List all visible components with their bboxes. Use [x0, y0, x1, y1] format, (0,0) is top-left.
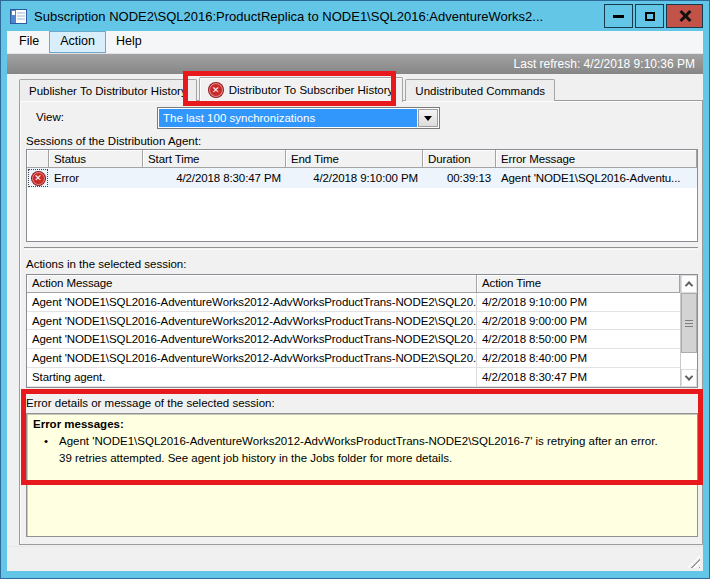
- subscription-history-window: Subscription NODE2\SQL2016:ProductReplic…: [0, 0, 710, 579]
- action-message: Agent 'NODE1\SQL2016-AdventureWorks2012-…: [27, 349, 477, 367]
- minimize-icon: [613, 15, 624, 18]
- maximize-icon: [645, 12, 655, 21]
- annotation-tab-highlight: [183, 71, 396, 106]
- tab-publisher-to-distributor-history[interactable]: Publisher To Distributor History: [19, 79, 197, 101]
- scrollbar-grip-icon: [685, 320, 693, 327]
- action-time: 4/2/2018 8:40:00 PM: [477, 349, 680, 367]
- titlebar: Subscription NODE2\SQL2016:ProductReplic…: [1, 1, 709, 31]
- scroll-up-button[interactable]: [681, 275, 697, 293]
- minimize-button[interactable]: [604, 4, 633, 28]
- dropdown-arrow-button[interactable]: [418, 109, 438, 127]
- column-header-icon[interactable]: [27, 150, 49, 168]
- chevron-down-icon: [424, 116, 432, 121]
- sessions-table: Status Start Time End Time Duration Erro…: [26, 149, 698, 242]
- menu-help[interactable]: Help: [106, 31, 152, 53]
- column-header-action-time[interactable]: Action Time: [477, 275, 680, 293]
- actions-table: Action Message Action Time Agent 'NODE1\…: [26, 274, 698, 388]
- caption-buttons: [602, 4, 703, 28]
- action-row[interactable]: Starting agent. 4/2/2018 8:30:47 PM: [27, 368, 680, 387]
- close-icon: [679, 10, 691, 22]
- action-message: Agent 'NODE1\SQL2016-AdventureWorks2012-…: [27, 312, 477, 330]
- column-header-duration[interactable]: Duration: [423, 150, 496, 168]
- annotation-error-highlight: [21, 389, 703, 485]
- actions-header-row: Action Message Action Time: [27, 275, 680, 293]
- maximize-button[interactable]: [635, 4, 664, 28]
- scrollbar-track[interactable]: [681, 353, 697, 369]
- menu-action[interactable]: Action: [49, 31, 106, 53]
- view-dropdown[interactable]: The last 100 synchronizations: [157, 107, 440, 129]
- action-time: 4/2/2018 9:00:00 PM: [477, 312, 680, 330]
- column-header-status[interactable]: Status: [49, 150, 143, 168]
- main-area: Publisher To Distributor History Distrib…: [7, 74, 703, 571]
- session-start-time: 4/2/2018 8:30:47 PM: [143, 168, 286, 188]
- scroll-down-button[interactable]: [681, 369, 697, 387]
- column-header-end-time[interactable]: End Time: [286, 150, 423, 168]
- sessions-label: Sessions of the Distribution Agent:: [26, 135, 201, 147]
- last-refresh-text: Last refresh: 4/2/2018 9:10:36 PM: [514, 57, 695, 71]
- tab-undistributed-commands[interactable]: Undistributed Commands: [405, 79, 555, 101]
- action-message: Agent 'NODE1\SQL2016-AdventureWorks2012-…: [27, 330, 477, 348]
- session-status-cell: [27, 168, 49, 188]
- action-time: 4/2/2018 8:50:00 PM: [477, 330, 680, 348]
- actions-label: Actions in the selected session:: [26, 258, 186, 270]
- action-message: Agent 'NODE1\SQL2016-AdventureWorks2012-…: [27, 293, 477, 311]
- menubar: File Action Help: [7, 31, 703, 54]
- scrollbar-thumb[interactable]: [681, 293, 697, 353]
- session-row-selected[interactable]: Error 4/2/2018 8:30:47 PM 4/2/2018 9:10:…: [27, 168, 697, 188]
- session-status: Error: [49, 168, 143, 188]
- action-row[interactable]: Agent 'NODE1\SQL2016-AdventureWorks2012-…: [27, 330, 680, 349]
- column-header-error-message[interactable]: Error Message: [496, 150, 697, 168]
- resize-grip[interactable]: [687, 555, 700, 568]
- chevron-down-icon: [685, 372, 693, 380]
- action-time: 4/2/2018 8:30:47 PM: [477, 368, 680, 386]
- session-error-message: Agent 'NODE1\SQL2016-Adventu...: [496, 168, 697, 188]
- action-row[interactable]: Agent 'NODE1\SQL2016-AdventureWorks2012-…: [27, 349, 680, 368]
- sessions-header-row: Status Start Time End Time Duration Erro…: [27, 150, 697, 168]
- actions-table-body: Action Message Action Time Agent 'NODE1\…: [27, 275, 680, 387]
- mmc-window-icon: [10, 9, 27, 24]
- action-row[interactable]: Agent 'NODE1\SQL2016-AdventureWorks2012-…: [27, 293, 680, 312]
- session-end-time: 4/2/2018 9:10:00 PM: [286, 168, 423, 188]
- column-header-action-message[interactable]: Action Message: [27, 275, 477, 293]
- column-header-start-time[interactable]: Start Time: [143, 150, 286, 168]
- tab-label: Publisher To Distributor History: [29, 85, 187, 97]
- view-label: View:: [36, 111, 64, 123]
- splitter-divider[interactable]: [24, 247, 698, 250]
- tab-label: Undistributed Commands: [415, 85, 545, 97]
- error-status-icon: [32, 172, 45, 185]
- action-row[interactable]: Agent 'NODE1\SQL2016-AdventureWorks2012-…: [27, 312, 680, 331]
- window-title: Subscription NODE2\SQL2016:ProductReplic…: [34, 9, 596, 24]
- menu-file[interactable]: File: [9, 31, 49, 53]
- action-message: Starting agent.: [27, 368, 477, 386]
- status-strip: [7, 546, 703, 571]
- action-time: 4/2/2018 9:10:00 PM: [477, 293, 680, 311]
- view-dropdown-value: The last 100 synchronizations: [159, 109, 417, 127]
- close-button[interactable]: [666, 4, 703, 28]
- session-duration: 00:39:13: [423, 168, 496, 188]
- actions-vertical-scrollbar[interactable]: [680, 275, 697, 387]
- chevron-up-icon: [685, 281, 693, 289]
